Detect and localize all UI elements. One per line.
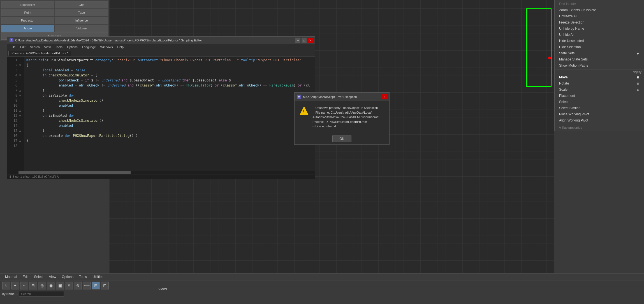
menu-tools[interactable]: Tools	[53, 45, 65, 49]
bottom-menu-tools[interactable]: Tools	[76, 274, 90, 280]
script-tab-bar: PhoenixFD-PHXSimulatorExportPrt.mcr *	[7, 50, 315, 57]
script-editor-window: S C:\Users\radio\AppData\Local\Autodesk\…	[7, 36, 315, 179]
bottom-menu-select[interactable]: Select	[31, 274, 46, 280]
menu-align-working-pivot[interactable]: Align Working Pivot	[555, 117, 644, 123]
bottom-menu-options[interactable]: Options	[59, 274, 76, 280]
menu-freeze-selection[interactable]: Freeze Selection	[555, 19, 644, 25]
icon-btn-4[interactable]: ⊞	[29, 282, 37, 289]
toolbar-row-4: Arrow Volume	[1, 25, 108, 32]
scrollbar-thumb[interactable]	[18, 171, 131, 174]
menu-end-isolate[interactable]: End Isolate	[555, 1, 644, 7]
bottom-menu-view[interactable]: View	[46, 274, 59, 280]
script-editor-title: C:\Users\radio\AppData\Local\Autodesk\3d…	[15, 39, 202, 42]
script-editor-titlebar[interactable]: S C:\Users\radio\AppData\Local\Autodesk\…	[7, 37, 315, 44]
menu-file[interactable]: File	[8, 45, 18, 49]
line-numbers: 123456789101112131415161718	[7, 57, 18, 171]
volume-button[interactable]: Volume	[55, 25, 108, 32]
error-dialog-ok-button[interactable]: OK	[332, 135, 351, 142]
search-input[interactable]	[19, 291, 64, 297]
menu-help[interactable]: Help	[115, 45, 126, 49]
window-controls: ─ □ ✕	[295, 38, 313, 43]
script-tab-active[interactable]: PhoenixFD-PHXSimulatorExportPrt.mcr *	[8, 51, 71, 56]
minimize-button[interactable]: ─	[295, 38, 300, 43]
icon-btn-8[interactable]: #	[65, 282, 73, 289]
bottom-icons-row: ↖ ✦ ↔ ⊞ ◎ ◉ ▣ # ⊕ ⟷ ⊞ ⊡	[0, 280, 644, 291]
menu-rotate[interactable]: Rotate ⊞	[555, 80, 644, 86]
menu-scale[interactable]: Scale ⊞	[555, 86, 644, 93]
code-editor[interactable]: macroScript PHXSimulatorExportPrt catego…	[24, 57, 315, 171]
pivot-indicator	[548, 57, 551, 59]
menu-manage-state-sets[interactable]: Manage State Sets...	[555, 56, 644, 62]
point-button[interactable]: Point	[1, 9, 54, 16]
icon-btn-12[interactable]: ⊡	[101, 282, 109, 289]
menu-options[interactable]: Options	[65, 45, 80, 49]
menu-hide-selection[interactable]: Hide Selection	[555, 44, 644, 50]
menu-state-sets[interactable]: State Sets ▶	[555, 50, 644, 56]
dialog-title-content: M MAXScript MacroScript Error Exception	[297, 95, 357, 99]
right-context-menu: End Isolate Zoom Extents On Isolate Unfr…	[554, 0, 644, 131]
menu-place-working-pivot[interactable]: Place Working Pivot	[555, 111, 644, 117]
scale-icon: ⊞	[637, 88, 639, 91]
bottom-menu-material[interactable]: Material	[2, 274, 20, 280]
error-dialog-content: ! -- Unknown property: "baseObject" in $…	[295, 101, 389, 133]
influence-button[interactable]: Influence	[55, 17, 108, 24]
select-obj-icon-btn[interactable]: ↖	[2, 282, 10, 289]
left-toolbar: ExposeTm Grid Point Tape Protractor Infl…	[0, 0, 109, 41]
icon-btn-11[interactable]: ⊞	[92, 282, 100, 289]
search-bar-row: by Name ...	[0, 291, 644, 297]
menu-view[interactable]: View	[42, 45, 53, 49]
menu-divider-1	[555, 69, 644, 69]
icon-btn-10[interactable]: ⟷	[83, 282, 91, 289]
titlebar-content: S C:\Users\radio\AppData\Local\Autodesk\…	[10, 38, 202, 42]
close-button[interactable]: ✕	[308, 38, 313, 43]
error-dialog: M MAXScript MacroScript Error Exception …	[294, 92, 390, 145]
bottom-menubar: Material Edit Select View Options Tools …	[0, 273, 644, 280]
selection-rectangle	[526, 8, 552, 87]
menu-zoom-extents-isolate[interactable]: Zoom Extents On Isolate	[555, 7, 644, 13]
menu-hide-unselected[interactable]: Hide Unselected	[555, 38, 644, 44]
menu-unhide-all[interactable]: Unhide All	[555, 32, 644, 38]
dialog-app-icon: M	[297, 95, 301, 99]
menu-show-motion-paths[interactable]: Show Motion Paths	[555, 62, 644, 69]
script-statusbar: li=5 co=1 offset=199 INS (CR+LF) A	[7, 174, 315, 179]
state-sets-arrow-icon: ▶	[637, 52, 639, 55]
toolbar-row-2: Point Tape	[1, 9, 108, 16]
protractor-button[interactable]: Protractor	[1, 17, 54, 24]
icon-btn-5[interactable]: ◎	[38, 282, 46, 289]
display-label: display	[555, 70, 644, 74]
icon-btn-2[interactable]: ✦	[11, 282, 19, 289]
tape-button[interactable]: Tape	[55, 9, 108, 16]
menu-edit[interactable]: Edit	[18, 45, 28, 49]
search-by-name-label: by Name ...	[2, 292, 18, 296]
bottom-menu-utilities[interactable]: Utilities	[90, 274, 106, 280]
menu-unhide-by-name[interactable]: Unhide by Name	[555, 25, 644, 32]
menu-move[interactable]: Move ⊞	[555, 74, 644, 80]
menu-windows[interactable]: Windows	[98, 45, 115, 49]
icon-btn-3[interactable]: ↔	[20, 282, 28, 289]
error-message-text: -- Unknown property: "baseObject" in $se…	[312, 106, 379, 129]
menu-divider-2	[555, 124, 644, 124]
maximize-button[interactable]: □	[302, 38, 307, 43]
icon-btn-6[interactable]: ◉	[47, 282, 55, 289]
menu-language[interactable]: Language	[80, 45, 98, 49]
script-menubar: File Edit Search View Tools Options Lang…	[7, 44, 315, 50]
menu-search[interactable]: Search	[28, 45, 42, 49]
exposetm-button[interactable]: ExposeTm	[1, 1, 54, 8]
editor-icon: S	[10, 38, 13, 42]
arrow-button[interactable]: Arrow	[1, 25, 54, 32]
horizontal-scrollbar[interactable]	[7, 171, 315, 174]
error-dialog-titlebar[interactable]: M MAXScript MacroScript Error Exception …	[295, 93, 389, 101]
toolbar-row-1: ExposeTm Grid	[1, 1, 108, 8]
menu-select-similar[interactable]: Select Similar	[555, 105, 644, 111]
icon-btn-7[interactable]: ▣	[56, 282, 64, 289]
menu-select[interactable]: Select	[555, 99, 644, 105]
menu-placement[interactable]: Placement	[555, 93, 644, 99]
warning-triangle-icon: !	[299, 106, 309, 116]
view1-label: View1	[158, 287, 167, 291]
grid-button[interactable]: Grid	[55, 1, 108, 8]
menu-unfreeze-all[interactable]: Unfreeze All	[555, 13, 644, 19]
error-dialog-close-button[interactable]: ✕	[382, 94, 387, 99]
icon-btn-9[interactable]: ⊕	[74, 282, 82, 289]
bottom-menu-edit[interactable]: Edit	[20, 274, 31, 280]
error-dialog-footer: OK	[295, 133, 389, 144]
